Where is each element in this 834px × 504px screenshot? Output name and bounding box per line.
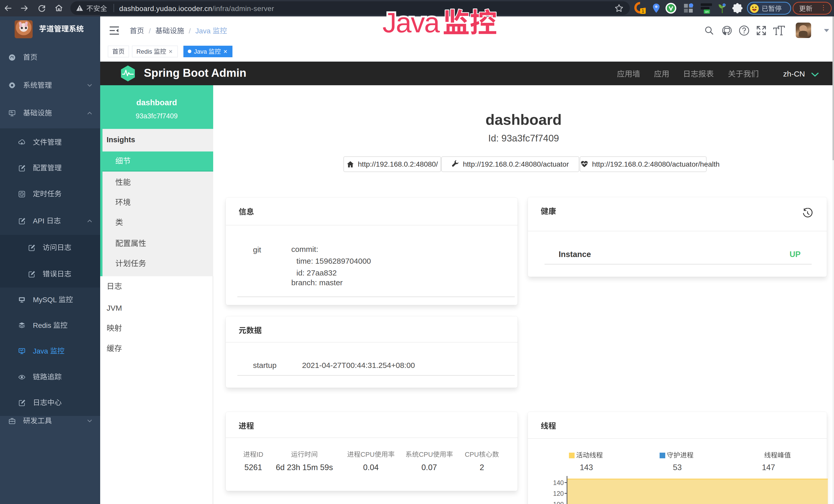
svg-text:1: 1 (642, 8, 644, 14)
svg-text:on: on (705, 10, 709, 14)
